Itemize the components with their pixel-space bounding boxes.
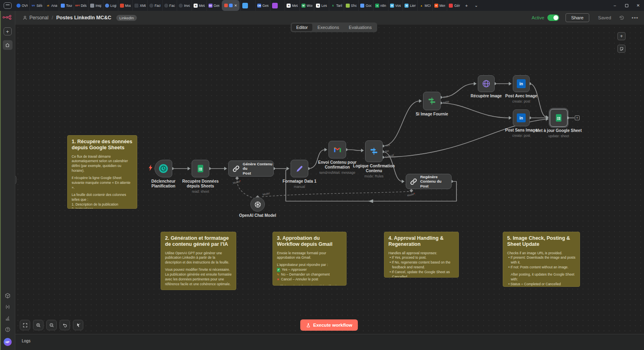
node-update-sheet[interactable]	[550, 109, 568, 127]
node-openai-chat-model[interactable]	[250, 197, 265, 212]
browser-tab-12[interactable]: Invoice-83	[177, 0, 192, 11]
browser-tab-23[interactable]: Shopif	[344, 0, 359, 11]
browser-tab-28[interactable]: ▲MCC -	[417, 0, 432, 11]
browser-tab-6[interactable]: Inspect	[88, 0, 103, 11]
browser-tab-29[interactable]: ✉Messa	[432, 0, 447, 11]
canvas-corner-buttons: +	[617, 32, 625, 53]
node-send-for-confirmation[interactable]	[328, 141, 346, 159]
share-button[interactable]: Share	[566, 13, 589, 22]
sticky-note-3[interactable]: 3. Approbation du Workflow depuis GmailE…	[272, 232, 347, 286]
sidebar-item-variables-icon[interactable]	[5, 304, 10, 310]
check-icon: ✔	[277, 268, 280, 272]
tab-list-chevron-icon[interactable]: ⌄	[471, 3, 481, 8]
node-schedule-trigger[interactable]	[155, 160, 172, 177]
node-generate-content[interactable]: Génère Contenu du Post	[228, 161, 274, 177]
browser-tab-20[interactable]: WWordp	[299, 0, 314, 11]
tab-search-icon[interactable]	[4, 2, 12, 9]
browser-tab-1[interactable]: OVHcl	[15, 0, 29, 11]
new-workflow-button[interactable]: +	[4, 27, 12, 35]
browser-tab-8[interactable]: Modifi	[118, 0, 133, 11]
node-if-image[interactable]	[423, 92, 441, 110]
browser-tab-27[interactable]: MLiens u	[402, 0, 417, 11]
node-post-without-image[interactable]: in	[513, 109, 530, 126]
sidebar-item-home[interactable]	[3, 40, 12, 50]
maximize-button[interactable]	[621, 0, 632, 11]
node-regenerate-content[interactable]: Regénère Contenu du Post	[406, 174, 452, 189]
edge-arrow	[419, 99, 422, 103]
tidy-up-button[interactable]	[73, 320, 83, 330]
workflow-title[interactable]: Postes LinkedIn MC&C	[56, 15, 111, 21]
model-port[interactable]	[235, 176, 239, 180]
edge-9	[441, 84, 475, 97]
undo-button[interactable]	[60, 320, 70, 330]
browser-tab-24[interactable]: Google	[358, 0, 373, 11]
browser-tab-2[interactable]: VVSélecti	[29, 0, 44, 11]
browser-tab-3[interactable]: ıllAnalyt	[44, 0, 59, 11]
sticky-note-5[interactable]: 5. Image Check, Posting & Sheet UpdateCh…	[503, 232, 580, 287]
toggle-knob	[553, 15, 558, 20]
add-node-button[interactable]: +	[617, 32, 625, 40]
tab-executions[interactable]: Executions	[313, 24, 344, 31]
sticky-note-1[interactable]: 1. Récupére des données depuis Google Sh…	[67, 135, 137, 209]
node-get-sheet-data[interactable]	[192, 160, 209, 177]
more-menu-icon[interactable]: •••	[632, 15, 638, 21]
browser-tab-5[interactable]: RPTDétails	[74, 0, 89, 11]
browser-tab-9[interactable]: XML Sitem	[132, 0, 147, 11]
browser-tab-25[interactable]: nn8n : U	[373, 0, 388, 11]
browser-tab-22[interactable]: $Tarifica	[329, 0, 344, 11]
output-port-label: No	[385, 149, 389, 153]
browser-tab-15[interactable]: ✕	[222, 0, 239, 11]
browser-tab-19[interactable]: NMetalp	[285, 0, 299, 11]
browser-tab-4[interactable]: Tous le	[59, 0, 74, 11]
browser-tab-7[interactable]: Logicie	[103, 0, 118, 11]
tab-favicon: ▲	[419, 4, 423, 8]
model-port[interactable]	[409, 189, 413, 192]
logs-panel[interactable]: Logs	[15, 334, 644, 350]
node-fetch-image[interactable]	[478, 75, 495, 92]
add-sticky-button[interactable]	[617, 45, 625, 53]
breadcrumb-project[interactable]: Personal	[29, 15, 48, 21]
if-icon	[427, 97, 436, 105]
browser-tab-11[interactable]: Factur	[162, 0, 177, 11]
node-post-with-image[interactable]: in	[513, 75, 530, 92]
sidebar-item-insights-icon[interactable]	[5, 315, 10, 321]
sticky-note-2[interactable]: 2. Génération et formatage de contenu gé…	[161, 232, 236, 290]
pencil-icon	[295, 165, 304, 173]
browser-tab-30[interactable]: Généra	[447, 0, 462, 11]
browser-tab-10[interactable]: Factur	[147, 0, 162, 11]
n8n-logo[interactable]	[2, 14, 13, 22]
tab-favicon	[61, 4, 65, 8]
edge-arrow	[546, 116, 549, 120]
execute-workflow-button[interactable]: Execute workflow	[300, 319, 358, 331]
new-tab-button[interactable]: +	[462, 3, 471, 8]
tab-favicon: N	[194, 4, 198, 8]
node-format-data[interactable]	[291, 160, 308, 177]
tab-editor[interactable]: Editor	[292, 24, 312, 31]
sidebar-item-templates-icon[interactable]	[5, 293, 10, 299]
node-label-post-with-image: Post Avec Imagecreate: post	[493, 94, 549, 103]
tab-close-icon[interactable]: ✕	[234, 4, 237, 8]
sticky-note-4[interactable]: 4. Approval Handling & RegenerationHandl…	[384, 232, 459, 278]
node-confirmation-logic[interactable]	[365, 140, 383, 162]
zoom-in-button[interactable]	[33, 320, 43, 330]
browser-tab-26[interactable]: MVos co	[388, 0, 403, 11]
tab-evaluations[interactable]: Evaluations	[345, 24, 376, 31]
sidebar-item-help-icon[interactable]	[5, 327, 10, 332]
browser-tab-16[interactable]	[240, 0, 255, 11]
browser-tab-18[interactable]	[270, 0, 285, 11]
history-icon[interactable]	[619, 15, 624, 21]
user-avatar[interactable]: HP	[4, 338, 12, 346]
add-node-stub[interactable]: +	[575, 115, 580, 120]
browser-tab-14[interactable]: SDGestio	[206, 0, 221, 11]
zoom-out-button[interactable]	[46, 320, 57, 330]
fit-view-button[interactable]	[20, 320, 30, 330]
minimize-button[interactable]: –	[609, 0, 621, 11]
workflow-canvas[interactable]: 1. Récupére des données depuis Google Sh…	[15, 25, 644, 334]
browser-tab-13[interactable]: NMetalp	[192, 0, 206, 11]
browser-tab-17[interactable]: CMGestio	[255, 0, 270, 11]
tab-favicon: RPT	[76, 4, 80, 8]
active-toggle[interactable]	[547, 14, 559, 21]
browser-tab-21[interactable]: NLes Pro	[314, 0, 329, 11]
close-button[interactable]: ✕	[632, 0, 644, 11]
workflow-tag[interactable]: LinkedIn	[116, 15, 137, 21]
